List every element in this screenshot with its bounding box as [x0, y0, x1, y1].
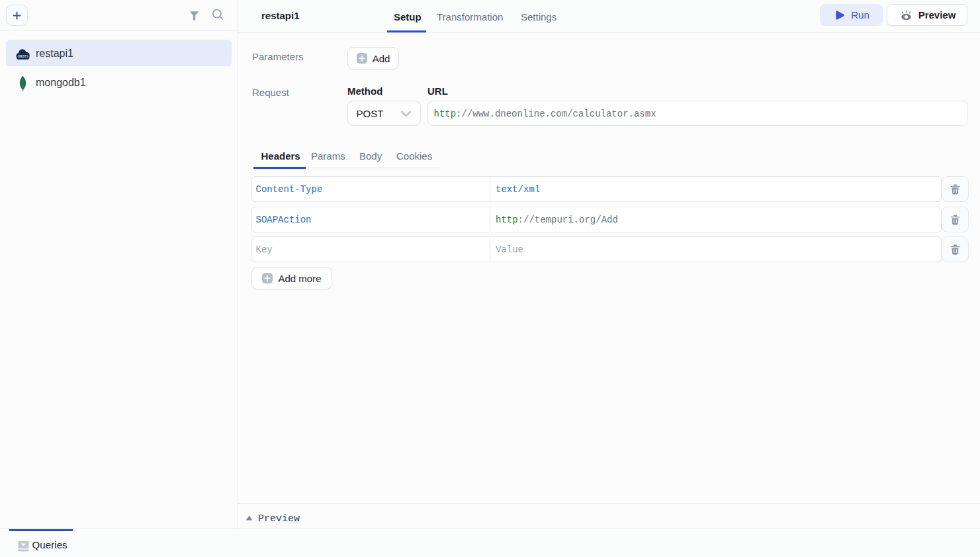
svg-text:{REST}: {REST} — [17, 55, 28, 58]
